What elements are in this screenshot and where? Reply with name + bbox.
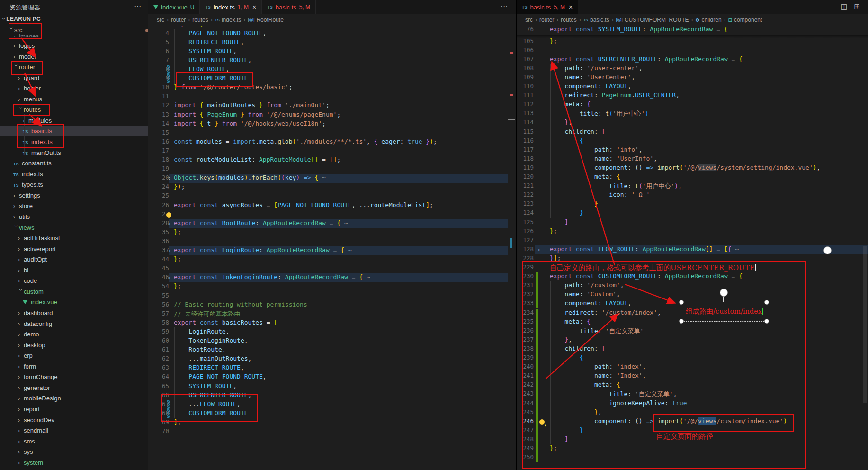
tree-item-activereport[interactable]: ›activereport xyxy=(0,244,166,254)
code-line-46[interactable]: 46›export const TokenLoginRoute: AppRout… xyxy=(148,273,516,282)
code-line-239[interactable]: 239 { xyxy=(517,354,868,363)
breadcrumb-item-routes[interactable]: routes xyxy=(192,17,208,23)
code-line-245[interactable]: 245 }, xyxy=(517,408,868,417)
code-line-64[interactable]: 64 PAGE_NOT_FOUND_ROUTE, xyxy=(148,373,516,382)
breadcrumb-item-basic.ts[interactable]: TSbasic.ts xyxy=(583,17,609,23)
sticky-scroll-line[interactable]: 76export const SYSTEM_ROUTE: AppRouteRec… xyxy=(517,26,868,35)
code-line-6[interactable]: 6 SYSTEM_ROUTE, xyxy=(148,47,516,56)
code-line-12[interactable]: 12import { mainOutRoutes } from './mainO… xyxy=(148,101,516,110)
scrollbar-thumb[interactable] xyxy=(863,246,867,403)
tree-item-form[interactable]: ›form xyxy=(0,362,166,372)
tree-item-mainOut.ts[interactable]: TSmainOut.ts xyxy=(0,148,170,158)
code-line-109[interactable]: 109 name: 'UserCenter', xyxy=(517,73,868,82)
code-line-236[interactable]: 236 title: '自定义菜单' xyxy=(517,327,868,336)
code-line-123[interactable]: 123 } xyxy=(517,200,868,209)
tree-item-basic.ts[interactable]: TSbasic.ts5, M xyxy=(0,126,170,136)
code-line-125[interactable]: 125 ] xyxy=(517,218,868,227)
code-line-108[interactable]: 108 path: '/user-center', xyxy=(517,64,868,73)
code-line-249[interactable]: 249}; xyxy=(517,444,868,453)
textbox-rotation-handle[interactable] xyxy=(720,289,728,297)
code-line-126[interactable]: 126}; xyxy=(517,227,868,236)
textbox-handle[interactable] xyxy=(764,319,769,324)
code-line-63[interactable]: 63 REDIRECT_ROUTE, xyxy=(148,364,516,373)
tree-item-views[interactable]: ›views xyxy=(0,223,161,233)
code-line-241[interactable]: 241 name: 'Index', xyxy=(517,372,868,381)
tree-item-guard[interactable]: ›guard xyxy=(0,73,166,83)
code-line-120[interactable]: 120 meta: { xyxy=(517,173,868,182)
code-line-26[interactable]: 26export const asyncRoutes = [PAGE_NOT_F… xyxy=(148,201,516,210)
tree-item-formChange[interactable]: ›formChange xyxy=(0,372,166,382)
tree-item-demo[interactable]: ›demo xyxy=(0,329,166,340)
breadcrumb-item-index.ts[interactable]: TSindex.ts xyxy=(215,17,242,23)
tree-item-menus[interactable]: ›menus xyxy=(0,94,166,105)
tree-item-desktop[interactable]: ›desktop xyxy=(0,340,166,351)
code-line-24[interactable]: 24}); xyxy=(148,183,516,192)
code-line-8[interactable]: 8 FLOW_ROUTE, xyxy=(148,65,516,74)
code-line-45[interactable]: 45 xyxy=(148,264,516,273)
code-line-68[interactable]: 68 CUSTOMFORM_ROUTE xyxy=(148,409,516,418)
fold-chevron-icon[interactable]: › xyxy=(169,246,170,255)
code-line-240[interactable]: 240 path: 'index', xyxy=(517,363,868,372)
code-line-9[interactable]: 9 CUSTOMFORM_ROUTE xyxy=(148,74,516,83)
breadcrumb-item-src[interactable]: src xyxy=(525,17,533,23)
code-line-231[interactable]: 231 path: '/custom', xyxy=(517,281,868,290)
tree-item-settings[interactable]: ›settings xyxy=(0,190,161,201)
code-line-13[interactable]: 13import { PageEnum } from '/@/enums/pag… xyxy=(148,111,516,120)
tree-item-sendmail[interactable]: ›sendmail xyxy=(0,425,166,436)
tree-item-utils[interactable]: ›utils xyxy=(0,212,161,222)
tree-item-report[interactable]: ›report xyxy=(0,404,166,415)
code-line-67[interactable]: 67 ...FLOW_ROUTE, xyxy=(148,400,516,409)
code-line-14[interactable]: 14import { t } from '/@/hooks/web/useI18… xyxy=(148,120,516,129)
code-line-230[interactable]: 230export const CUSTOMFORM_ROUTE: AppRou… xyxy=(517,272,868,281)
code-line-246[interactable]: 246✦ component: () => import('/@/views/c… xyxy=(517,417,868,426)
code-line-69[interactable]: 69]; xyxy=(148,418,516,427)
tree-item-auditOpt[interactable]: ›auditOpt xyxy=(0,254,166,265)
code-line-25[interactable]: 25 xyxy=(148,192,516,201)
code-line-17[interactable]: 17 xyxy=(148,147,516,156)
breadcrumb-item-router[interactable]: router xyxy=(539,17,554,23)
fold-chevron-icon[interactable]: › xyxy=(169,273,170,282)
code-line-19[interactable]: 19 xyxy=(148,165,516,174)
code-line-28[interactable]: 28›export const RootRoute: AppRouteRecor… xyxy=(148,219,516,228)
code-line-250[interactable]: 250 xyxy=(517,453,868,462)
tree-item-modules[interactable]: ›modules xyxy=(0,116,170,126)
workspace-section-header[interactable]: ›LEARUN PC xyxy=(3,16,41,22)
code-line-58[interactable]: 58export const basicRoutes = [ xyxy=(148,319,516,328)
code-line-70[interactable]: 70 xyxy=(148,427,516,436)
code-line-229[interactable]: 229自己定义的路由，格式可以参考上面的USERCENTER_ROUTE xyxy=(517,263,868,272)
code-line-117[interactable]: 117 path: 'info', xyxy=(517,146,868,155)
code-line-4[interactable]: 4 PAGE_NOT_FOUND_ROUTE, xyxy=(148,29,516,38)
code-editor-basic-ts[interactable]: 105};106107export const USERCENTER_ROUTE… xyxy=(517,0,868,470)
code-line-10[interactable]: 10} from '/@/router/routes/basic'; xyxy=(148,83,516,92)
tree-item-secondDev[interactable]: ›secondDev xyxy=(0,415,166,425)
code-line-116[interactable]: 116 { xyxy=(517,137,868,146)
code-line-20[interactable]: 20›Object.keys(modules).forEach((key) =>… xyxy=(148,174,516,183)
code-line-107[interactable]: 107export const USERCENTER_ROUTE: AppRou… xyxy=(517,55,868,64)
code-line-15[interactable]: 15 xyxy=(148,129,516,138)
tree-item-code[interactable]: ›code xyxy=(0,276,166,286)
code-line-7[interactable]: 7 USERCENTER_ROUTE, xyxy=(148,56,516,65)
fold-chevron-icon[interactable]: › xyxy=(538,245,540,254)
code-line-111[interactable]: 111 redirect: PageEnum.USER_CENTER, xyxy=(517,91,868,100)
tree-item-types.ts[interactable]: TStypes.ts xyxy=(0,180,161,190)
tree-item-mobileDesign[interactable]: ›mobileDesign xyxy=(0,393,166,404)
code-line-118[interactable]: 118 name: 'UserInfo', xyxy=(517,155,868,164)
textbox-handle[interactable] xyxy=(679,319,684,324)
tree-item-store[interactable]: ›store xyxy=(0,201,161,211)
code-line-66[interactable]: 66 USERCENTER_ROUTE, xyxy=(148,391,516,400)
code-line-232[interactable]: 232 name: 'Custom', xyxy=(517,290,868,299)
code-line-127[interactable]: 127 xyxy=(517,236,868,245)
code-line-37[interactable]: 37›export const LoginRoute: AppRouteReco… xyxy=(148,246,516,255)
code-line-54[interactable]: 54}; xyxy=(148,282,516,291)
code-line-59[interactable]: 59 LoginRoute, xyxy=(148,328,516,337)
fold-chevron-icon[interactable]: › xyxy=(169,219,170,228)
fold-chevron-icon[interactable]: › xyxy=(169,174,170,183)
tree-item-index.ts[interactable]: TSindex.ts1, M xyxy=(0,137,170,147)
code-line-35[interactable]: 35}; xyxy=(148,228,516,237)
code-line-113[interactable]: 113 title: t('用户中心') xyxy=(517,109,868,118)
textbox-handle[interactable] xyxy=(679,300,684,305)
code-line-61[interactable]: 61 RootRoute, xyxy=(148,346,516,355)
tree-item-index.ts[interactable]: TSindex.ts xyxy=(0,169,161,180)
code-line-57[interactable]: 57// 未经许可的基本路由 xyxy=(148,310,516,319)
tree-item-system[interactable]: ›system xyxy=(0,458,166,468)
